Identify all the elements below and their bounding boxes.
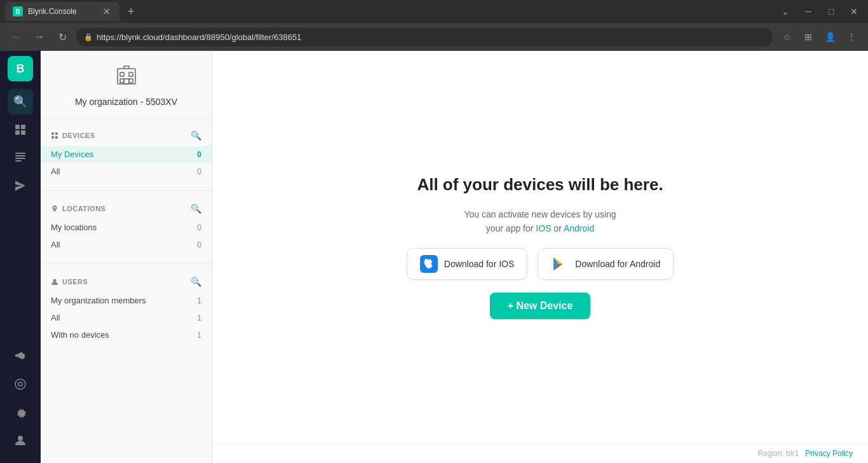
org-name-label: My organization - 5503XV: [75, 97, 177, 107]
tab-list-button[interactable]: ⌄: [776, 3, 794, 20]
svg-rect-4: [15, 153, 25, 154]
download-buttons: Download for IOS Download: [407, 248, 674, 280]
grid-icon: [14, 123, 27, 136]
org-header: My organization - 5503XV: [41, 51, 212, 120]
sidebar-icon-messages[interactable]: [8, 173, 33, 198]
svg-rect-13: [129, 73, 133, 76]
sidebar-icon-profile[interactable]: [8, 427, 33, 453]
gear-icon: [14, 406, 27, 418]
sidebar-item-org-members[interactable]: My organization members 1: [41, 292, 212, 309]
svg-rect-18: [55, 132, 58, 135]
menu-button[interactable]: ⋮: [843, 28, 860, 46]
sidebar-item-my-locations[interactable]: My locations 0: [41, 219, 212, 236]
extensions-button[interactable]: ⊞: [799, 28, 817, 46]
locations-section-title: LOCATIONS: [51, 205, 105, 212]
minimize-button[interactable]: ─: [799, 3, 817, 20]
sidebar-item-all-locations[interactable]: All 0: [41, 236, 212, 253]
window-close-button[interactable]: ✕: [845, 3, 863, 20]
tab-favicon: B: [13, 6, 23, 17]
svg-rect-3: [21, 130, 25, 135]
send-icon: [14, 179, 27, 192]
tab-close-button[interactable]: ✕: [102, 6, 112, 17]
svg-rect-1: [21, 125, 25, 129]
icon-sidebar: B 🔍: [0, 51, 41, 463]
sidebar-icon-circle-settings[interactable]: [8, 371, 33, 397]
analytics-icon: [14, 151, 27, 164]
org-avatar[interactable]: B: [8, 56, 33, 81]
svg-rect-6: [15, 158, 25, 159]
sidebar-icon-search[interactable]: 🔍: [8, 89, 33, 114]
svg-rect-19: [51, 136, 54, 139]
android-download-label: Download for Android: [575, 259, 660, 269]
divider-1: [41, 190, 212, 191]
profile-button[interactable]: 👤: [821, 28, 839, 46]
ios-download-button[interactable]: Download for IOS: [407, 248, 528, 280]
android-download-button[interactable]: Download for Android: [538, 248, 674, 280]
org-building-icon: [115, 64, 138, 92]
sidebar-item-no-devices-users[interactable]: With no devices 1: [41, 326, 212, 343]
sidebar-icon-devices[interactable]: [8, 117, 33, 142]
sidebar-item-all-devices[interactable]: All 0: [41, 163, 212, 180]
locations-section: LOCATIONS 🔍 My locations 0 All 0: [41, 193, 212, 261]
security-lock-icon: 🔒: [84, 33, 93, 41]
forward-button[interactable]: →: [31, 28, 48, 46]
sidebar-item-all-users[interactable]: All 1: [41, 309, 212, 326]
ios-download-label: Download for IOS: [444, 259, 515, 269]
appstore-icon: [420, 255, 438, 273]
locations-section-header: LOCATIONS 🔍: [41, 201, 212, 219]
devices-section-icon: [51, 132, 58, 139]
new-device-button[interactable]: + New Device: [490, 293, 591, 319]
locations-search-button[interactable]: 🔍: [191, 204, 201, 214]
page-title: All of your devices will be here.: [417, 175, 663, 195]
content-center: All of your devices will be here. You ca…: [212, 51, 868, 443]
divider-2: [41, 263, 212, 264]
users-search-button[interactable]: 🔍: [191, 277, 201, 287]
svg-rect-16: [124, 79, 129, 84]
svg-rect-0: [15, 125, 20, 129]
sidebar-icon-settings[interactable]: [8, 399, 33, 425]
url-bar[interactable]: 🔒 https://blynk.cloud/dashboard/88950/gl…: [76, 27, 773, 46]
svg-rect-12: [120, 73, 124, 76]
ios-link[interactable]: IOS: [536, 223, 551, 233]
devices-section-header: DEVICES 🔍: [41, 128, 212, 146]
new-tab-button[interactable]: +: [122, 3, 140, 20]
svg-rect-5: [15, 155, 25, 156]
android-link[interactable]: Android: [564, 223, 594, 233]
footer: Region: blr1 Privacy Policy: [212, 443, 868, 463]
svg-rect-2: [15, 130, 20, 135]
profile-icon: [14, 434, 27, 446]
left-sidebar: My organization - 5503XV DEVICES 🔍: [41, 51, 212, 463]
devices-section: DEVICES 🔍 My Devices 0 All 0: [41, 120, 212, 188]
devices-section-title: DEVICES: [51, 132, 95, 139]
user-icon: [51, 278, 58, 286]
sidebar-icon-megaphone[interactable]: [8, 343, 33, 369]
main-content: All of your devices will be here. You ca…: [212, 51, 868, 463]
users-section-header: USERS 🔍: [41, 274, 212, 292]
back-button[interactable]: ←: [8, 28, 25, 46]
maximize-button[interactable]: □: [822, 3, 840, 20]
reload-button[interactable]: ↻: [53, 28, 71, 46]
svg-point-10: [18, 436, 23, 441]
url-text: https://blynk.cloud/dashboard/88950/glob…: [97, 32, 301, 42]
tab-title: Blynk.Console: [28, 7, 97, 16]
svg-rect-14: [120, 79, 124, 83]
svg-point-8: [15, 379, 25, 389]
bookmark-star-icon[interactable]: ☆: [778, 28, 796, 46]
svg-rect-20: [55, 136, 58, 139]
svg-rect-15: [129, 79, 133, 83]
playstore-icon: [551, 255, 569, 273]
browser-tab[interactable]: B Blynk.Console ✕: [5, 2, 119, 21]
location-pin-icon: [51, 205, 58, 212]
sidebar-item-my-devices[interactable]: My Devices 0: [41, 146, 212, 163]
privacy-policy-link[interactable]: Privacy Policy: [805, 449, 853, 458]
svg-point-9: [18, 382, 22, 386]
svg-rect-17: [51, 132, 54, 135]
users-section-title: USERS: [51, 278, 88, 286]
megaphone-icon: [14, 350, 27, 363]
users-section: USERS 🔍 My organization members 1 All 1 …: [41, 266, 212, 351]
page-subtext: You can activate new devices by using yo…: [464, 207, 616, 236]
devices-search-button[interactable]: 🔍: [191, 130, 201, 141]
footer-region: Region: blr1 Privacy Policy: [758, 449, 853, 458]
circle-settings-icon: [14, 378, 27, 390]
sidebar-icon-analytics[interactable]: [8, 145, 33, 170]
